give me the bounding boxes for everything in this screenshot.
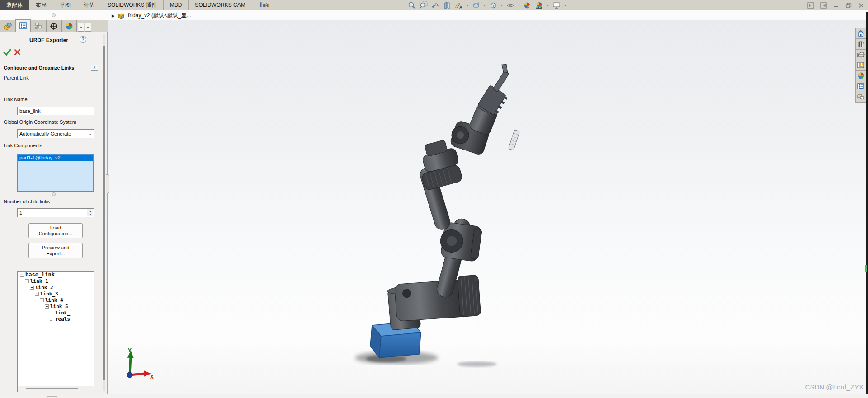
tree-node-label: link_ [55,310,70,316]
home-icon[interactable] [856,28,866,39]
tree-collapse-icon[interactable]: − [25,279,29,283]
breadcrumb[interactable]: ▶ friday_v2 (默认<默认_显... [112,12,191,19]
heads-up-toolbar: A ▾ ▾ ▾ ▾ ▾ ▾ [407,0,567,10]
graphics-viewport[interactable] [108,20,866,394]
menu-tab[interactable]: SOLIDWORKS 插件 [101,0,164,10]
close-icon[interactable] [857,2,865,9]
menu-tab[interactable]: MBD [164,0,189,10]
menu-tab[interactable]: 草图 [53,0,77,10]
tab-appearances[interactable] [61,20,77,32]
annotation-icon[interactable]: A [454,1,464,10]
tab-configuration-manager[interactable] [31,20,46,32]
robot-gripper[interactable] [477,62,523,117]
load-configuration-button[interactable]: Load Configuration... [28,223,83,238]
tree-node-label: base_link [25,272,55,278]
hide-show-caret-icon[interactable]: ▾ [517,3,521,7]
task-pane-tabs [855,28,866,103]
menu-tab[interactable]: 评估 [77,0,101,10]
tab-scroll-right-icon[interactable]: ▸ [85,23,91,32]
display-style-icon[interactable] [488,1,498,10]
tab-scroll-left-icon[interactable]: ◂ [78,23,84,32]
tree-node-label: reals [55,316,70,322]
design-library-icon[interactable] [856,39,866,49]
custom-properties-icon[interactable] [856,81,866,92]
preview-export-button[interactable]: Preview and Export... [28,243,83,258]
global-origin-select[interactable]: Automatically Generate ⌄ [17,129,94,138]
menu-tab[interactable]: 布局 [29,0,53,10]
collapse-section-button[interactable]: ∧ [91,65,98,71]
tab-property-manager[interactable] [15,19,31,32]
previous-view-icon[interactable] [430,1,440,10]
breadcrumb-document-name[interactable]: friday_v2 (默认<默认_显... [128,12,191,19]
collapse-pane-right-icon[interactable] [819,2,827,9]
menu-tab[interactable]: 曲面 [252,0,276,10]
view-settings-icon[interactable] [552,1,561,10]
section-view-icon[interactable] [442,1,452,10]
ok-button[interactable] [3,49,11,56]
num-children-value: 1 [19,210,22,215]
annotation-caret-icon[interactable]: ▾ [466,3,469,7]
appearances-ball-icon[interactable] [856,71,866,81]
forum-icon[interactable] [856,92,866,102]
link-tree[interactable]: −base_link−link_1−link_2−link_3−link_4−l… [17,271,94,392]
select-caret-icon: ⌄ [88,131,92,136]
tree-node[interactable]: −link_1 [18,278,94,284]
tab-dimxpert[interactable] [46,20,61,32]
tree-node[interactable]: −link_2 [18,284,94,290]
tree-horizontal-scrollbar[interactable] [18,386,94,392]
view-settings-caret-icon[interactable]: ▾ [563,3,567,7]
tree-node[interactable]: −link_3 [18,290,94,297]
panel-scrollbar[interactable] [103,34,105,391]
link-component-item[interactable]: part1-1@friday_v2 [18,155,93,161]
tree-collapse-icon[interactable]: − [40,298,44,302]
breadcrumb-expand-icon[interactable]: ▶ [112,14,115,18]
tree-collapse-icon[interactable]: − [45,304,49,309]
tree-node[interactable]: link_ [18,309,94,316]
orientation-triad: Y X [121,347,154,381]
property-manager-panel: ◂ ▸ URDF Exporter ? Configure and Organi… [0,20,108,394]
tree-collapse-icon[interactable]: − [35,292,39,296]
display-style-caret-icon[interactable]: ▾ [500,3,504,7]
zoom-area-icon[interactable] [419,1,429,10]
minimize-icon[interactable] [832,2,840,9]
panel-splitter-dot[interactable] [52,13,56,17]
tree-collapse-icon[interactable]: − [20,273,24,277]
tree-node[interactable]: −link_5 [18,303,94,309]
zoom-fit-icon[interactable] [407,1,417,10]
help-icon[interactable]: ? [80,36,86,43]
detached-pin-part[interactable] [508,130,519,150]
edit-appearance-icon[interactable] [523,1,533,10]
axis-y-label: Y [128,347,132,354]
spinner-up-icon[interactable]: ▲ [87,209,93,213]
restore-icon[interactable] [844,2,853,9]
cancel-button[interactable] [14,49,21,56]
tree-node[interactable]: −base_link [18,272,94,278]
tree-collapse-icon[interactable]: − [30,286,34,290]
svg-text:A: A [459,5,462,9]
apply-scene-icon[interactable] [534,1,544,10]
spinner-down-icon[interactable]: ▼ [87,213,93,216]
collapse-pane-left-icon[interactable] [807,2,815,9]
link-name-input[interactable] [17,107,94,115]
tree-node[interactable]: −link_4 [18,297,94,303]
link-components-list[interactable]: part1-1@friday_v2 [17,154,94,192]
tree-scroll-thumb[interactable] [26,388,78,389]
view-orientation-caret-icon[interactable]: ▾ [483,3,486,7]
num-children-spinner[interactable]: 1 ▲ ▼ [17,208,94,217]
parent-link-label: Parent Link [4,75,29,80]
hide-show-items-icon[interactable] [505,1,515,10]
view-palette-icon[interactable] [856,60,866,70]
menu-tab[interactable]: 装配体 [0,0,29,10]
status-bar-handle[interactable] [47,396,57,397]
tree-node[interactable]: reals [18,316,94,322]
apply-scene-caret-icon[interactable]: ▾ [546,3,550,7]
list-resize-handle[interactable] [52,192,56,196]
robot-joint-2[interactable] [394,275,481,321]
panel-scroll-thumb[interactable] [103,46,105,380]
panel-splitter-grip[interactable] [106,174,109,193]
status-bar [0,394,868,398]
menu-tab[interactable]: SOLIDWORKS CAM [189,0,252,10]
view-orientation-icon[interactable] [471,1,481,10]
file-explorer-icon[interactable] [856,50,866,60]
tab-assembly[interactable] [0,20,15,32]
